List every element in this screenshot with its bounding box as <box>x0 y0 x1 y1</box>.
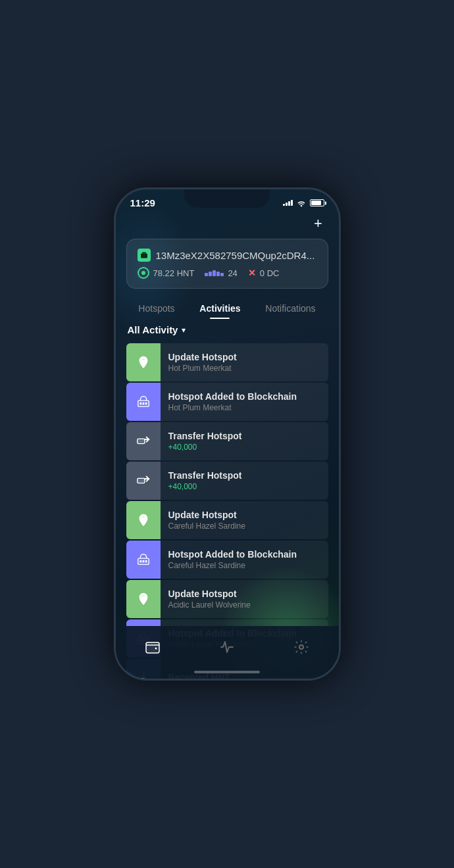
svg-point-19 <box>155 648 157 650</box>
activity-title: Transfer Hotspot <box>168 470 320 481</box>
activity-icon-wrap <box>126 422 161 460</box>
svg-rect-3 <box>139 402 141 405</box>
settings-nav-icon <box>292 638 311 656</box>
phone-frame: 11:29 + <box>114 187 341 681</box>
activity-subtitle: +40,000 <box>168 482 320 491</box>
activity-icon-wrap <box>126 580 161 618</box>
activity-title: Update Hotspot <box>168 352 320 362</box>
svg-rect-0 <box>141 254 147 258</box>
svg-rect-7 <box>137 478 144 483</box>
activity-subtitle: Acidic Laurel Wolverine <box>168 600 320 610</box>
svg-point-20 <box>299 645 303 649</box>
hnt-stat: 78.22 HNT <box>138 267 195 279</box>
svg-rect-6 <box>137 439 144 443</box>
activity-text: Update Hotspot Hot Plum Meerkat <box>161 345 328 379</box>
activity-title: Update Hotspot <box>168 589 320 599</box>
activity-item[interactable]: Hotspot Added to Blockchain Careful Haze… <box>126 541 328 579</box>
nav-settings[interactable] <box>292 638 311 656</box>
activity-text: Update Hotspot Acidic Laurel Wolverine <box>161 582 328 616</box>
svg-rect-10 <box>139 560 141 563</box>
hotspot-stat: 24 <box>205 268 237 278</box>
activity-icon-wrap <box>126 501 161 539</box>
add-button[interactable]: + <box>309 214 328 233</box>
location-icon <box>136 513 151 527</box>
hotspot-icon <box>205 270 224 276</box>
activity-text: Update Hotspot Careful Hazel Sardine <box>161 503 328 537</box>
filter-label: All Activity <box>128 324 178 335</box>
nav-wallet[interactable] <box>143 638 162 656</box>
activity-subtitle: Careful Hazel Sardine <box>168 561 320 570</box>
activity-item[interactable]: Update Hotspot Careful Hazel Sardine <box>126 501 328 539</box>
tabs: Hotspots Activities Notifications <box>126 301 328 316</box>
activity-text: Transfer Hotspot +40,000 <box>161 424 328 458</box>
activity-title: Update Hotspot <box>168 510 320 520</box>
transfer-icon <box>136 473 151 488</box>
wallet-card[interactable]: 13Mz3eX2X582759CMQup2cDR4... 78.22 HNT <box>126 239 328 289</box>
battery-icon <box>310 199 324 206</box>
status-time: 11:29 <box>130 197 155 208</box>
activity-icon-wrap <box>126 541 161 579</box>
activity-subtitle: Hot Plum Meerkat <box>168 403 320 412</box>
svg-rect-11 <box>142 560 144 563</box>
home-indicator <box>194 671 260 673</box>
activity-icon-wrap <box>126 343 161 381</box>
hnt-icon <box>138 267 149 279</box>
activity-item[interactable]: Update Hotspot Hot Plum Meerkat <box>126 343 328 381</box>
screen-content: + 13Mz3eX2X582759CMQup2cDR4... 78.2 <box>116 211 339 681</box>
hotspot-icon <box>136 395 151 409</box>
svg-rect-5 <box>145 402 147 405</box>
signal-icon <box>283 200 293 206</box>
filter-row[interactable]: All Activity ▾ <box>126 324 328 335</box>
battery-fill <box>311 201 321 205</box>
notch <box>184 189 270 208</box>
hotspot-icon <box>136 552 151 567</box>
filter-chevron-icon: ▾ <box>182 326 186 335</box>
wallet-address-row: 13Mz3eX2X582759CMQup2cDR4... <box>138 249 317 262</box>
activity-icon-wrap <box>126 462 161 500</box>
activity-icon-wrap <box>126 383 161 421</box>
dc-icon: ✕ <box>248 268 256 278</box>
hnt-balance: 78.22 HNT <box>153 268 195 278</box>
activity-item[interactable]: Update Hotspot Acidic Laurel Wolverine <box>126 580 328 618</box>
activity-text: Hotspot Added to Blockchain Careful Haze… <box>161 542 328 577</box>
activity-nav-icon <box>218 638 236 656</box>
nav-activity[interactable] <box>218 638 236 656</box>
wallet-nav-icon <box>143 638 162 656</box>
location-icon <box>136 592 151 606</box>
status-icons <box>283 199 324 207</box>
dc-stat: ✕ 0 DC <box>248 268 280 278</box>
activity-title: Hotspot Added to Blockchain <box>168 391 320 402</box>
activity-title: Hotspot Added to Blockchain <box>168 549 320 560</box>
activity-text: Transfer Hotspot +40,000 <box>161 464 328 498</box>
wallet-address-text: 13Mz3eX2X582759CMQup2cDR4... <box>156 250 315 261</box>
activity-subtitle: +40,000 <box>168 443 320 452</box>
activity-subtitle: Careful Hazel Sardine <box>168 521 320 531</box>
activity-subtitle: Hot Plum Meerkat <box>168 364 320 373</box>
activity-item[interactable]: Hotspot Added to Blockchain Hot Plum Mee… <box>126 383 328 421</box>
svg-rect-12 <box>145 560 147 563</box>
wifi-icon <box>296 199 307 207</box>
activity-text: Hotspot Added to Blockchain Hot Plum Mee… <box>161 385 328 419</box>
svg-rect-4 <box>142 402 144 405</box>
wallet-icon <box>138 249 151 262</box>
activity-item[interactable]: Transfer Hotspot +40,000 <box>126 462 328 500</box>
wallet-stats: 78.22 HNT 24 ✕ 0 DC <box>138 267 317 279</box>
tab-notifications[interactable]: Notifications <box>265 301 315 316</box>
transfer-icon <box>136 434 151 448</box>
location-icon <box>136 355 151 370</box>
hotspot-count: 24 <box>228 268 237 278</box>
tab-activities[interactable]: Activities <box>199 301 240 316</box>
activity-item[interactable]: Transfer Hotspot +40,000 <box>126 422 328 460</box>
tab-hotspots[interactable]: Hotspots <box>138 301 174 316</box>
activity-title: Transfer Hotspot <box>168 431 320 441</box>
add-button-row: + <box>126 211 328 239</box>
dc-balance: 0 DC <box>260 268 280 278</box>
svg-rect-18 <box>146 642 159 653</box>
